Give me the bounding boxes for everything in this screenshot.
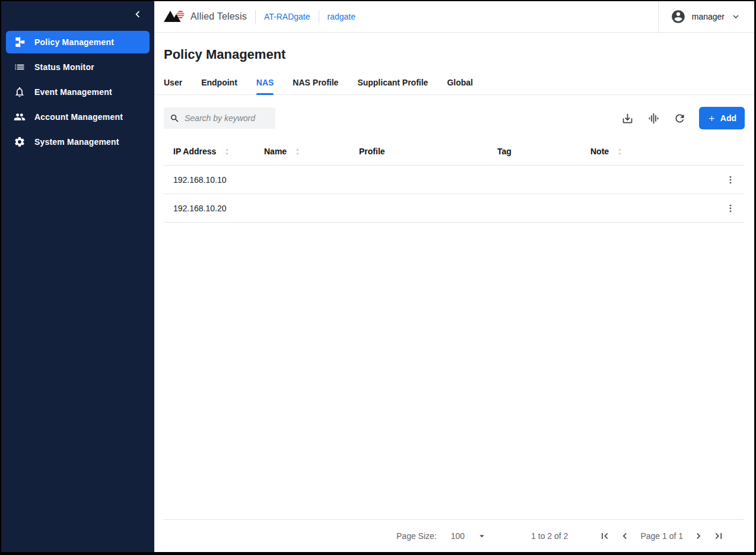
sidebar-item-policy-management[interactable]: Policy Management	[6, 31, 150, 53]
user-name: manager	[692, 12, 725, 21]
page-size-label: Page Size:	[396, 531, 437, 541]
brand-name: Allied Telesis	[190, 11, 247, 22]
sidebar-item-account-management[interactable]: Account Management	[6, 106, 150, 128]
sidebar-collapse-button[interactable]	[131, 8, 145, 23]
breadcrumb: Allied Telesis AT-RADgate radgate	[154, 9, 658, 24]
sidebar-item-label: Policy Management	[34, 37, 114, 47]
bell-icon	[13, 85, 26, 99]
equalizer-icon	[647, 112, 660, 125]
sidebar-nav: Policy Management Status Monitor Event M…	[1, 30, 154, 154]
policy-tree-icon	[13, 36, 26, 49]
cell-ip-address: 192.168.10.20	[164, 204, 255, 213]
column-label: Profile	[359, 147, 385, 156]
page-title: Policy Management	[164, 47, 745, 62]
host-link[interactable]: radgate	[328, 12, 355, 21]
page-size-dropdown[interactable]	[477, 531, 487, 541]
column-label: IP Address	[173, 147, 216, 156]
sort-icon[interactable]	[615, 147, 625, 157]
column-label: Tag	[497, 147, 512, 156]
sidebar-header	[1, 1, 154, 30]
download-button[interactable]	[617, 107, 639, 129]
user-menu[interactable]: manager	[658, 1, 754, 32]
account-circle-icon	[671, 9, 686, 24]
last-page-icon	[713, 530, 725, 542]
row-actions-button[interactable]	[716, 175, 745, 185]
chevron-down-icon	[730, 11, 741, 22]
pagination-controls: Page 1 of 1	[595, 527, 728, 546]
main-area: Allied Telesis AT-RADgate radgate manage…	[154, 1, 754, 552]
tab-nas-profile[interactable]: NAS Profile	[293, 78, 338, 94]
sort-icon[interactable]	[222, 147, 232, 157]
first-page-button[interactable]	[595, 527, 614, 546]
kebab-menu-icon	[725, 175, 736, 185]
allied-telesis-logo-mark	[164, 9, 186, 24]
row-actions-button[interactable]	[716, 203, 745, 214]
kebab-menu-icon	[725, 203, 736, 214]
tab-nas[interactable]: NAS	[256, 78, 274, 94]
tab-user[interactable]: User	[164, 78, 182, 94]
column-header-profile: Profile	[350, 147, 488, 156]
column-header-name[interactable]: Name	[255, 147, 350, 157]
sidebar-item-event-management[interactable]: Event Management	[6, 81, 150, 103]
page-indicator: Page 1 of 1	[640, 531, 683, 541]
sidebar: Policy Management Status Monitor Event M…	[1, 1, 154, 552]
add-button-label: Add	[720, 113, 736, 123]
column-header-note[interactable]: Note	[581, 147, 716, 157]
table-row[interactable]: 192.168.10.10	[164, 166, 745, 194]
top-header: Allied Telesis AT-RADgate radgate manage…	[154, 1, 754, 33]
search-box	[164, 107, 275, 129]
tab-bar: User Endpoint NAS NAS Profile Supplicant…	[154, 78, 754, 95]
list-icon	[13, 61, 26, 74]
next-page-button[interactable]	[689, 527, 708, 546]
search-icon	[170, 113, 180, 123]
column-header-ip-address[interactable]: IP Address	[164, 147, 255, 157]
toolbar: Add	[164, 107, 745, 129]
column-filter-button[interactable]	[643, 107, 665, 129]
nas-table: IP Address Name Profile Tag	[164, 138, 745, 223]
tab-global[interactable]: Global	[447, 78, 473, 94]
page-size-value[interactable]: 100	[451, 531, 465, 541]
tab-supplicant-profile[interactable]: Supplicant Profile	[357, 78, 428, 94]
sidebar-item-label: Event Management	[34, 87, 112, 97]
refresh-icon	[674, 112, 686, 125]
table-header-row: IP Address Name Profile Tag	[164, 138, 745, 166]
sort-icon[interactable]	[293, 147, 303, 157]
column-label: Note	[590, 147, 609, 156]
refresh-button[interactable]	[669, 107, 691, 129]
search-input[interactable]	[185, 113, 269, 123]
column-header-tag: Tag	[488, 147, 581, 156]
download-icon	[621, 112, 634, 125]
chevron-left-icon	[619, 530, 631, 542]
sidebar-item-label: System Management	[34, 137, 119, 147]
sidebar-item-status-monitor[interactable]: Status Monitor	[6, 56, 150, 78]
caret-down-icon	[477, 531, 487, 541]
last-page-button[interactable]	[709, 527, 728, 546]
row-range-text: 1 to 2 of 2	[531, 531, 568, 541]
chevron-right-icon	[693, 530, 704, 542]
table-row[interactable]: 192.168.10.20	[164, 194, 745, 223]
column-label: Name	[264, 147, 287, 156]
add-button[interactable]: Add	[699, 107, 745, 129]
allied-telesis-logo: Allied Telesis	[164, 9, 247, 24]
chevron-left-icon	[131, 8, 144, 23]
plus-icon	[707, 114, 716, 123]
content-spacer	[154, 223, 754, 519]
sidebar-item-label: Status Monitor	[34, 62, 94, 72]
sidebar-item-label: Account Management	[34, 112, 123, 122]
tab-endpoint[interactable]: Endpoint	[201, 78, 237, 94]
pagination-bar: Page Size: 100 1 to 2 of 2 Page 1 of 1	[164, 519, 745, 552]
page-head: Policy Management	[154, 33, 754, 62]
product-link[interactable]: AT-RADgate	[264, 12, 310, 21]
people-icon	[13, 110, 26, 123]
previous-page-button[interactable]	[615, 527, 634, 546]
app-window: Policy Management Status Monitor Event M…	[0, 0, 756, 555]
gear-icon	[13, 135, 26, 148]
breadcrumb-divider	[255, 10, 256, 23]
sidebar-item-system-management[interactable]: System Management	[6, 131, 150, 153]
first-page-icon	[599, 530, 611, 542]
cell-ip-address: 192.168.10.10	[164, 175, 255, 185]
breadcrumb-divider	[319, 10, 319, 23]
